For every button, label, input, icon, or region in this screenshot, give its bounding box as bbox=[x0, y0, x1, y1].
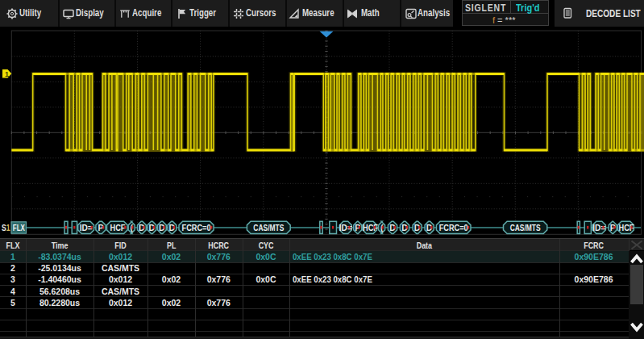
svg-text:CAS/MTS: CAS/MTS bbox=[253, 223, 284, 232]
svg-text:1: 1 bbox=[5, 70, 9, 78]
svg-text:FLX: FLX bbox=[13, 223, 25, 232]
svg-text:CAS/MTS: CAS/MTS bbox=[510, 223, 541, 232]
svg-text:HCF: HCF bbox=[363, 223, 379, 232]
svg-text:HCF: HCF bbox=[110, 223, 127, 232]
svg-text:FCRC=0: FCRC=0 bbox=[182, 223, 211, 232]
svg-text:S1: S1 bbox=[2, 223, 10, 232]
svg-text:ID=: ID= bbox=[80, 223, 93, 232]
svg-text:FCRC=0: FCRC=0 bbox=[439, 223, 468, 232]
